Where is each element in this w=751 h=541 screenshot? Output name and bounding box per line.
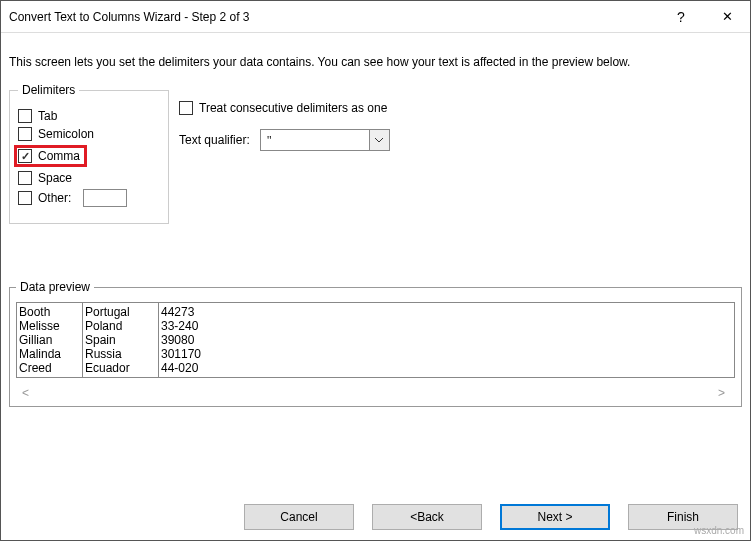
next-button[interactable]: Next > — [500, 504, 610, 530]
close-button[interactable]: ✕ — [704, 1, 750, 33]
preview-col-2: Portugal Poland Spain Russia Ecuador — [83, 303, 159, 377]
space-label: Space — [38, 171, 72, 185]
preview-col-3: 44273 33-240 39080 301170 44-020 — [159, 303, 735, 377]
semicolon-checkbox-row[interactable]: Semicolon — [18, 127, 160, 141]
qualifier-combo[interactable]: " — [260, 129, 390, 151]
preview-section: Data preview Booth Melisse Gillian Malin… — [9, 280, 742, 407]
cancel-button[interactable]: Cancel — [244, 504, 354, 530]
options-panel: Treat consecutive delimiters as one Text… — [179, 83, 390, 151]
qualifier-value: " — [261, 130, 369, 150]
other-input[interactable] — [83, 189, 127, 207]
scroll-left-icon[interactable]: < — [22, 386, 29, 400]
tab-checkbox[interactable] — [18, 109, 32, 123]
help-button[interactable]: ? — [658, 1, 704, 33]
preview-fieldset: Data preview Booth Melisse Gillian Malin… — [9, 280, 742, 407]
qualifier-label: Text qualifier: — [179, 133, 250, 147]
semicolon-checkbox[interactable] — [18, 127, 32, 141]
preview-col-1: Booth Melisse Gillian Malinda Creed — [17, 303, 83, 377]
consecutive-checkbox-row[interactable]: Treat consecutive delimiters as one — [179, 101, 390, 115]
delimiters-fieldset: Delimiters Tab Semicolon Comma Space — [9, 83, 169, 224]
titlebar: Convert Text to Columns Wizard - Step 2 … — [1, 1, 750, 33]
space-checkbox[interactable] — [18, 171, 32, 185]
chevron-down-icon[interactable] — [369, 130, 389, 150]
delimiters-legend: Delimiters — [18, 83, 79, 97]
scroll-right-icon[interactable]: > — [718, 386, 725, 400]
semicolon-label: Semicolon — [38, 127, 94, 141]
other-checkbox-row[interactable]: Other: — [18, 189, 160, 207]
tab-checkbox-row[interactable]: Tab — [18, 109, 160, 123]
other-checkbox[interactable] — [18, 191, 32, 205]
back-button[interactable]: < Back — [372, 504, 482, 530]
comma-highlight: Comma — [14, 145, 87, 167]
consecutive-label: Treat consecutive delimiters as one — [199, 101, 387, 115]
consecutive-checkbox[interactable] — [179, 101, 193, 115]
dialog-content: This screen lets you set the delimiters … — [1, 33, 750, 407]
space-checkbox-row[interactable]: Space — [18, 171, 160, 185]
qualifier-row: Text qualifier: " — [179, 129, 390, 151]
window-title: Convert Text to Columns Wizard - Step 2 … — [9, 10, 658, 24]
other-label: Other: — [38, 191, 71, 205]
tab-label: Tab — [38, 109, 57, 123]
preview-legend: Data preview — [16, 280, 94, 294]
preview-grid: Booth Melisse Gillian Malinda Creed Port… — [16, 302, 735, 378]
button-bar: Cancel < Back Next > Finish — [244, 504, 738, 530]
horizontal-scrollbar[interactable]: < > — [22, 386, 725, 400]
watermark: wsxdn.com — [694, 525, 744, 536]
description-text: This screen lets you set the delimiters … — [9, 45, 742, 83]
comma-label: Comma — [38, 149, 80, 163]
comma-checkbox-row[interactable]: Comma — [18, 149, 80, 163]
comma-checkbox[interactable] — [18, 149, 32, 163]
